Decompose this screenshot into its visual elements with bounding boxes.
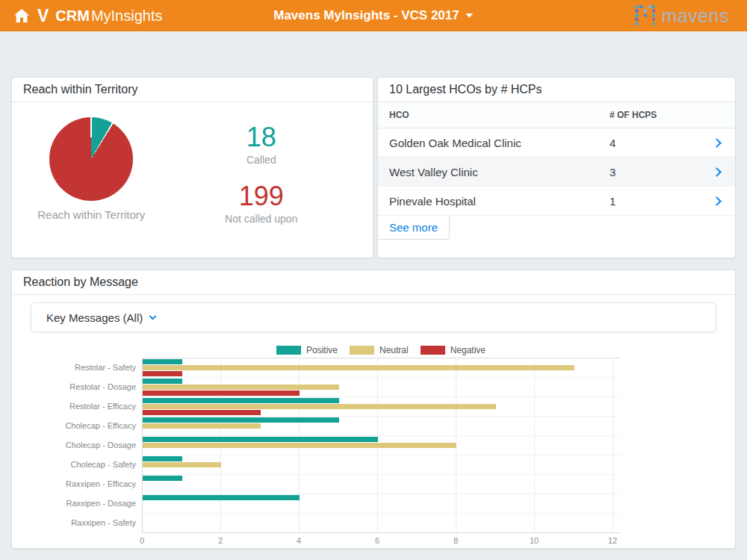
bar-positive	[143, 398, 339, 403]
axis-line	[142, 358, 620, 358]
bar-neutral	[143, 385, 339, 390]
bar-positive	[143, 417, 339, 423]
table-row[interactable]: West Valley Clinic3	[378, 158, 735, 187]
hco-card-title: 10 Largest HCOs by # HCPs	[378, 78, 735, 102]
category-label: Restolar - Dosage	[12, 377, 136, 396]
bar-positive	[143, 495, 300, 500]
gridline	[142, 474, 620, 475]
bar-neutral	[143, 443, 456, 448]
category-label: Cholecap - Efficacy	[12, 416, 136, 435]
bar-neutral	[143, 462, 221, 467]
hcp-count: 3	[610, 166, 616, 178]
x-tick-label: 10	[530, 536, 539, 545]
x-tick-label: 4	[297, 536, 301, 545]
category-label: Cholecap - Dosage	[12, 435, 136, 455]
gridline	[142, 377, 620, 378]
legend-label: Neutral	[379, 345, 409, 355]
hco-table-header: HCO # OF HCPS	[378, 102, 735, 128]
mavens-dot	[635, 18, 639, 22]
x-tick-label: 2	[218, 536, 223, 545]
chevron-right-icon[interactable]	[712, 167, 722, 177]
category-label: Restolar - Efficacy	[12, 396, 136, 416]
bar-chart-plot[interactable]	[142, 358, 620, 532]
bar-neutral	[143, 365, 574, 370]
bar-positive	[143, 476, 182, 481]
bar-neutral	[143, 404, 496, 409]
not-called-value: 199	[225, 182, 297, 211]
x-tick-label: 6	[375, 536, 379, 545]
gridline	[142, 435, 620, 436]
chart-legend: PositiveNeutralNegative	[142, 345, 620, 355]
see-more-button[interactable]: See more	[378, 216, 450, 240]
reaction-card: Reaction by Message Key Messages (All) P…	[11, 270, 736, 549]
bar-positive	[143, 379, 182, 384]
chevron-right-icon[interactable]	[712, 138, 722, 148]
veeva-mark-icon: V	[37, 6, 48, 26]
hco-card: 10 Largest HCOs by # HCPs HCO # OF HCPS …	[377, 77, 736, 258]
reaction-card-title: Reaction by Message	[12, 270, 735, 295]
category-label: Raxxipen - Safety	[12, 513, 136, 532]
called-label: Called	[247, 154, 276, 166]
app-title-bold: CRM	[55, 7, 90, 25]
key-messages-filter-label: Key Messages (All)	[46, 311, 143, 324]
gridline	[534, 358, 535, 532]
mavens-dot	[652, 9, 656, 13]
mavens-dot	[644, 13, 648, 17]
gridline	[142, 455, 620, 455]
column-header-hco: HCO	[378, 110, 610, 120]
mavens-logo-text: mavens	[661, 5, 729, 27]
x-tick-label: 0	[140, 536, 144, 545]
home-icon[interactable]	[13, 8, 30, 23]
mavens-dot	[639, 5, 643, 9]
reach-pie-chart[interactable]	[49, 117, 133, 201]
x-tick-label: 8	[453, 536, 458, 545]
legend-swatch	[276, 346, 301, 355]
x-tick-label: 12	[608, 536, 617, 545]
dashboard-title: Mavens MyInsights - VCS 2017	[273, 8, 459, 23]
hcp-count: 1	[610, 195, 616, 208]
chevron-down-icon	[149, 312, 157, 320]
called-stat: 18 Called	[247, 123, 276, 166]
reach-card-title: Reach within Territory	[12, 78, 373, 102]
hco-name: Pinevale Hospital	[378, 195, 610, 208]
mavens-dot	[635, 5, 639, 9]
bar-negative	[143, 410, 261, 415]
chevron-right-icon[interactable]	[712, 196, 722, 206]
reach-card: Reach within Territory Reach within Terr…	[11, 77, 374, 258]
category-label: Raxxipen - Dosage	[12, 494, 136, 513]
table-row[interactable]: Pinevale Hospital1	[378, 187, 735, 216]
category-label: Restolar - Safety	[12, 358, 136, 377]
mavens-dot	[652, 5, 656, 9]
legend-label: Positive	[306, 345, 338, 355]
mavens-dot	[648, 5, 651, 9]
bar-negative	[143, 391, 300, 396]
legend-swatch	[350, 346, 374, 355]
not-called-stat: 199 Not called upon	[225, 182, 297, 225]
app-header: V CRM MyInsights Mavens MyInsights - VCS…	[0, 0, 747, 31]
legend-item: Neutral	[350, 345, 409, 355]
bar-positive	[143, 456, 182, 461]
dashboard-selector[interactable]: Mavens MyInsights - VCS 2017	[273, 8, 473, 23]
bar-positive	[143, 437, 378, 442]
chevron-down-icon	[466, 13, 474, 18]
hcp-count: 4	[610, 137, 616, 149]
legend-label: Negative	[450, 345, 486, 355]
legend-item: Positive	[276, 345, 338, 355]
mavens-dot	[635, 13, 639, 17]
table-row[interactable]: Golden Oak Medical Clinic4	[378, 128, 735, 158]
legend-item: Negative	[421, 345, 486, 355]
mavens-dot	[652, 18, 656, 22]
category-label: Raxxipen - Efficacy	[12, 474, 136, 494]
key-messages-filter[interactable]: Key Messages (All)	[31, 302, 716, 332]
reach-card-body: Reach within Territory 18 Called 199 Not…	[12, 102, 373, 225]
app-logo: V CRM MyInsights	[0, 6, 162, 26]
hco-name: West Valley Clinic	[378, 166, 610, 178]
mavens-dot	[635, 9, 639, 13]
bar-negative	[143, 371, 182, 376]
legend-swatch	[421, 346, 445, 355]
called-value: 18	[247, 123, 276, 152]
gridline	[142, 396, 620, 397]
axis-line	[142, 532, 620, 533]
mavens-dot	[644, 9, 648, 13]
mavens-dot	[652, 13, 656, 17]
